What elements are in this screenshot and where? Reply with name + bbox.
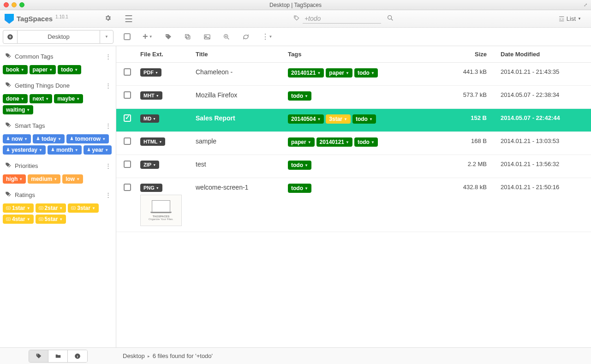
app-logo-icon bbox=[5, 14, 14, 24]
row-checkbox[interactable] bbox=[124, 184, 131, 191]
menu-toggle-icon[interactable]: ☰ bbox=[122, 12, 136, 26]
file-ext-badge[interactable]: PDF▼ bbox=[140, 68, 161, 77]
sidebar-tag[interactable]: 4star▼ bbox=[3, 215, 34, 224]
flask-icon bbox=[6, 148, 10, 153]
file-tag[interactable]: paper▼ bbox=[288, 137, 315, 147]
tag-group-header[interactable]: Smart Tags⋮ bbox=[3, 117, 113, 133]
table-row[interactable]: ZIP▼testtodo▼2.2 MB2014.01.21 - 13:56:32 bbox=[116, 155, 591, 178]
main-panel: File Ext. Title Tags Size Date Modified … bbox=[116, 46, 591, 347]
table-row[interactable]: PDF▼Chameleon -20140121▼paper▼todo▼441.3… bbox=[116, 63, 591, 86]
file-ext-badge[interactable]: PNG▼ bbox=[140, 184, 162, 192]
row-checkbox[interactable] bbox=[124, 114, 131, 122]
tag-label: year bbox=[92, 147, 104, 153]
sidebar-tag[interactable]: 2star▼ bbox=[36, 203, 66, 213]
header-size[interactable]: Size bbox=[436, 51, 487, 58]
ext-label: HTML bbox=[143, 139, 158, 144]
file-tag[interactable]: todo▼ bbox=[288, 184, 311, 193]
caret-down-icon: ▼ bbox=[92, 206, 96, 210]
sidebar-tag[interactable]: book▼ bbox=[3, 65, 28, 74]
header-title[interactable]: Title bbox=[196, 51, 288, 58]
add-location-button[interactable] bbox=[3, 30, 18, 44]
settings-gear-icon[interactable] bbox=[104, 14, 112, 24]
file-title: test bbox=[196, 161, 288, 168]
table-row[interactable]: PNG▼TAGSPACESOrganize Your Files.welcome… bbox=[116, 178, 591, 232]
more-icon[interactable]: ⋮ bbox=[105, 162, 111, 169]
location-name-button[interactable]: Desktop bbox=[18, 30, 100, 44]
file-ext-badge[interactable]: HTML▼ bbox=[140, 137, 165, 146]
add-button[interactable]: +▼ bbox=[143, 31, 153, 42]
select-all-checkbox[interactable] bbox=[124, 33, 131, 40]
more-icon[interactable]: ⋮ bbox=[105, 122, 111, 129]
copy-button[interactable] bbox=[184, 33, 191, 41]
row-checkbox[interactable] bbox=[124, 161, 131, 168]
thumbnail: TAGSPACESOrganize Your Files. bbox=[140, 195, 182, 226]
row-checkbox[interactable] bbox=[124, 68, 131, 76]
zoom-button[interactable] bbox=[223, 33, 230, 41]
table-row[interactable]: MD▼Sales Report20140504▼3star▼todo▼152 B… bbox=[116, 109, 591, 132]
header-tags[interactable]: Tags bbox=[288, 51, 436, 58]
sidebar-tag[interactable]: yesterday▼ bbox=[3, 145, 46, 155]
more-icon[interactable]: ⋮ bbox=[105, 191, 111, 198]
tag-group-header[interactable]: Common Tags⋮ bbox=[3, 48, 113, 64]
tag-group-header[interactable]: Getting Things Done⋮ bbox=[3, 77, 113, 93]
search-input[interactable] bbox=[303, 14, 381, 24]
sidebar-tag[interactable]: maybe▼ bbox=[54, 94, 83, 103]
sidebar-tag[interactable]: done▼ bbox=[3, 94, 28, 103]
file-ext-badge[interactable]: MHT▼ bbox=[140, 91, 162, 100]
footer-info-tab[interactable] bbox=[68, 350, 87, 362]
svg-rect-38 bbox=[40, 219, 42, 220]
more-icon[interactable]: ⋮ bbox=[105, 82, 111, 89]
file-tag[interactable]: 20140504▼ bbox=[288, 114, 324, 124]
file-ext-badge[interactable]: ZIP▼ bbox=[140, 161, 159, 169]
file-tag[interactable]: paper▼ bbox=[326, 68, 352, 78]
more-icon[interactable]: ⋮ bbox=[105, 53, 111, 60]
sidebar-tag[interactable]: waiting▼ bbox=[3, 105, 33, 114]
table-row[interactable]: HTML▼samplepaper▼20140121▼todo▼168 B2014… bbox=[116, 132, 591, 155]
sidebar-tag[interactable]: 1star▼ bbox=[3, 203, 34, 213]
footer-folder-tab[interactable] bbox=[48, 350, 68, 362]
image-button[interactable] bbox=[203, 33, 211, 41]
table-row[interactable]: MHT▼Mozilla Firefoxtodo▼573.7 kB2014.05.… bbox=[116, 86, 591, 109]
sidebar-tag[interactable]: low▼ bbox=[62, 174, 83, 184]
file-tag[interactable]: todo▼ bbox=[354, 68, 378, 78]
file-tag[interactable]: todo▼ bbox=[354, 137, 378, 147]
caret-down-icon: ▼ bbox=[369, 117, 373, 121]
sidebar-tag[interactable]: today▼ bbox=[33, 134, 65, 143]
file-tag[interactable]: 20140121▼ bbox=[288, 68, 324, 78]
sidebar-tag[interactable]: todo▼ bbox=[58, 65, 81, 74]
location-dropdown-button[interactable]: ▼ bbox=[100, 30, 113, 44]
caret-down-icon: ▼ bbox=[49, 68, 53, 72]
sidebar-tag[interactable]: now▼ bbox=[3, 134, 31, 143]
sidebar-tag[interactable]: tomorrow▼ bbox=[66, 134, 109, 143]
sidebar-tag[interactable]: next▼ bbox=[30, 94, 53, 103]
header-ext[interactable]: File Ext. bbox=[140, 51, 196, 58]
svg-rect-20 bbox=[40, 208, 42, 209]
sidebar-tag[interactable]: 3star▼ bbox=[68, 203, 99, 213]
search-icon[interactable] bbox=[384, 14, 397, 24]
view-mode-selector[interactable]: ☲ List ▼ bbox=[555, 13, 585, 25]
file-tag[interactable]: todo▼ bbox=[352, 114, 376, 124]
sidebar-tag[interactable]: 5star▼ bbox=[36, 215, 66, 224]
file-tag[interactable]: 3star▼ bbox=[326, 114, 351, 124]
file-ext-badge[interactable]: MD▼ bbox=[140, 114, 159, 123]
row-checkbox[interactable] bbox=[124, 91, 131, 99]
footer-tags-tab[interactable] bbox=[29, 350, 48, 362]
tag-group-header[interactable]: Priorities⋮ bbox=[3, 157, 113, 173]
tag-button[interactable] bbox=[165, 33, 172, 41]
sidebar-tag[interactable]: month▼ bbox=[48, 145, 82, 155]
sidebar-tag[interactable]: paper▼ bbox=[30, 65, 56, 74]
tag-label: paper bbox=[291, 139, 306, 145]
file-tag[interactable]: 20140121▼ bbox=[316, 137, 352, 147]
more-button[interactable]: ⋮▼ bbox=[262, 32, 273, 41]
refresh-button[interactable] bbox=[242, 33, 250, 41]
file-tag[interactable]: todo▼ bbox=[288, 161, 311, 170]
caret-down-icon: ▼ bbox=[102, 137, 106, 141]
row-checkbox[interactable] bbox=[124, 137, 131, 145]
sidebar-tag[interactable]: year▼ bbox=[84, 145, 112, 155]
sidebar-tag[interactable]: medium▼ bbox=[28, 174, 60, 184]
header-date[interactable]: Date Modified bbox=[487, 51, 584, 58]
tag-group-header[interactable]: Ratings⋮ bbox=[3, 186, 113, 203]
file-tag[interactable]: todo▼ bbox=[288, 91, 311, 101]
sidebar-tag[interactable]: high▼ bbox=[3, 174, 26, 184]
footer-location[interactable]: Desktop bbox=[123, 352, 145, 359]
